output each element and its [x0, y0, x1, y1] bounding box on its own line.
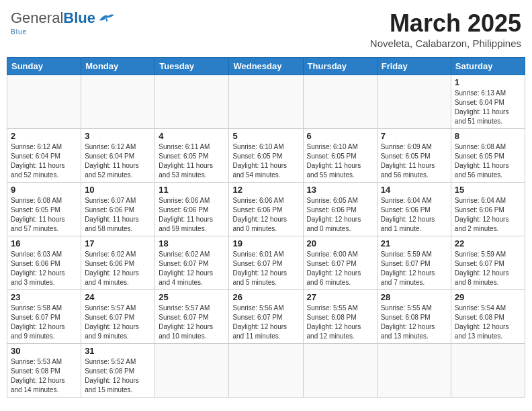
location-subtitle: Noveleta, Calabarzon, Philippines: [370, 38, 521, 49]
weekday-header-sunday: Sunday: [7, 58, 81, 75]
day-number: 13: [307, 185, 373, 195]
calendar-cell: 17Sunrise: 6:02 AM Sunset: 6:06 PM Dayli…: [81, 236, 155, 290]
calendar-cell: 22Sunrise: 5:59 AM Sunset: 6:07 PM Dayli…: [451, 236, 525, 290]
cell-info: Sunrise: 6:13 AM Sunset: 6:04 PM Dayligh…: [455, 89, 521, 126]
calendar-table: SundayMondayTuesdayWednesdayThursdayFrid…: [7, 57, 525, 398]
calendar-cell: 6Sunrise: 6:10 AM Sunset: 6:05 PM Daylig…: [303, 129, 377, 183]
calendar-cell: 14Sunrise: 6:04 AM Sunset: 6:06 PM Dayli…: [377, 183, 451, 236]
calendar-cell: 24Sunrise: 5:57 AM Sunset: 6:07 PM Dayli…: [81, 290, 155, 344]
cell-info: Sunrise: 6:10 AM Sunset: 6:05 PM Dayligh…: [232, 142, 299, 180]
calendar-cell: 31Sunrise: 5:52 AM Sunset: 6:08 PM Dayli…: [81, 344, 155, 398]
calendar-cell: 21Sunrise: 5:59 AM Sunset: 6:07 PM Dayli…: [377, 236, 451, 290]
calendar-cell: 12Sunrise: 6:06 AM Sunset: 6:06 PM Dayli…: [229, 183, 303, 236]
calendar-cell: 23Sunrise: 5:58 AM Sunset: 6:07 PM Dayli…: [7, 290, 81, 344]
cell-info: Sunrise: 6:00 AM Sunset: 6:07 PM Dayligh…: [307, 250, 373, 287]
calendar-week-row: 9Sunrise: 6:08 AM Sunset: 6:05 PM Daylig…: [7, 183, 525, 236]
calendar-cell: 3Sunrise: 6:12 AM Sunset: 6:04 PM Daylig…: [81, 129, 155, 183]
weekday-header-friday: Friday: [377, 58, 451, 75]
calendar-cell: 1Sunrise: 6:13 AM Sunset: 6:04 PM Daylig…: [451, 75, 525, 129]
calendar-cell: [81, 75, 155, 129]
calendar-cell: [229, 75, 303, 129]
calendar-week-row: 16Sunrise: 6:03 AM Sunset: 6:06 PM Dayli…: [7, 236, 525, 290]
calendar-cell: 8Sunrise: 6:08 AM Sunset: 6:05 PM Daylig…: [451, 129, 525, 183]
day-number: 30: [11, 346, 77, 356]
cell-info: Sunrise: 6:12 AM Sunset: 6:04 PM Dayligh…: [85, 142, 151, 180]
day-number: 7: [381, 131, 447, 141]
day-number: 21: [381, 238, 447, 248]
cell-info: Sunrise: 6:03 AM Sunset: 6:06 PM Dayligh…: [11, 250, 77, 287]
calendar-cell: 13Sunrise: 6:05 AM Sunset: 6:06 PM Dayli…: [303, 183, 377, 236]
cell-info: Sunrise: 6:08 AM Sunset: 6:05 PM Dayligh…: [455, 142, 521, 180]
day-number: 11: [159, 185, 225, 195]
day-number: 4: [159, 131, 225, 141]
calendar-week-row: 2Sunrise: 6:12 AM Sunset: 6:04 PM Daylig…: [7, 129, 525, 183]
day-number: 31: [85, 346, 151, 356]
calendar-cell: 16Sunrise: 6:03 AM Sunset: 6:06 PM Dayli…: [7, 236, 81, 290]
day-number: 10: [85, 185, 151, 195]
calendar-cell: [303, 344, 377, 398]
cell-info: Sunrise: 5:59 AM Sunset: 6:07 PM Dayligh…: [381, 250, 447, 287]
day-number: 29: [455, 292, 521, 302]
calendar-cell: 28Sunrise: 5:55 AM Sunset: 6:08 PM Dayli…: [377, 290, 451, 344]
day-number: 27: [307, 292, 373, 302]
cell-info: Sunrise: 6:12 AM Sunset: 6:04 PM Dayligh…: [11, 142, 77, 180]
calendar-cell: 4Sunrise: 6:11 AM Sunset: 6:05 PM Daylig…: [155, 129, 229, 183]
cell-info: Sunrise: 6:08 AM Sunset: 6:05 PM Dayligh…: [11, 196, 77, 234]
month-title: March 2025: [370, 9, 521, 38]
calendar-cell: 26Sunrise: 5:56 AM Sunset: 6:07 PM Dayli…: [229, 290, 303, 344]
day-number: 18: [159, 238, 225, 248]
calendar-cell: 18Sunrise: 6:02 AM Sunset: 6:07 PM Dayli…: [155, 236, 229, 290]
cell-info: Sunrise: 6:05 AM Sunset: 6:06 PM Dayligh…: [307, 196, 373, 234]
calendar-week-row: 1Sunrise: 6:13 AM Sunset: 6:04 PM Daylig…: [7, 75, 525, 129]
calendar-cell: [7, 75, 81, 129]
weekday-header-wednesday: Wednesday: [229, 58, 303, 75]
calendar-cell: [451, 344, 525, 398]
cell-info: Sunrise: 6:02 AM Sunset: 6:07 PM Dayligh…: [159, 250, 225, 287]
day-number: 12: [232, 185, 299, 195]
calendar-cell: 2Sunrise: 6:12 AM Sunset: 6:04 PM Daylig…: [7, 129, 81, 183]
weekday-header-tuesday: Tuesday: [155, 58, 229, 75]
day-number: 5: [232, 131, 299, 141]
cell-info: Sunrise: 5:55 AM Sunset: 6:08 PM Dayligh…: [381, 304, 447, 341]
calendar-cell: 10Sunrise: 6:07 AM Sunset: 6:06 PM Dayli…: [81, 183, 155, 236]
calendar-cell: 25Sunrise: 5:57 AM Sunset: 6:07 PM Dayli…: [155, 290, 229, 344]
logo-general: General: [11, 9, 63, 27]
cell-info: Sunrise: 6:02 AM Sunset: 6:06 PM Dayligh…: [85, 250, 151, 287]
calendar-cell: 5Sunrise: 6:10 AM Sunset: 6:05 PM Daylig…: [229, 129, 303, 183]
calendar-cell: [155, 75, 229, 129]
page-header: General Blue Blue March 2025 Noveleta, C…: [7, 7, 525, 52]
day-number: 28: [381, 292, 447, 302]
calendar-cell: 19Sunrise: 6:01 AM Sunset: 6:07 PM Dayli…: [229, 236, 303, 290]
cell-info: Sunrise: 5:56 AM Sunset: 6:07 PM Dayligh…: [232, 304, 299, 341]
calendar-cell: [377, 75, 451, 129]
calendar-cell: 15Sunrise: 6:04 AM Sunset: 6:06 PM Dayli…: [451, 183, 525, 236]
weekday-header-monday: Monday: [81, 58, 155, 75]
cell-info: Sunrise: 6:06 AM Sunset: 6:06 PM Dayligh…: [159, 196, 225, 234]
calendar-cell: [229, 344, 303, 398]
cell-info: Sunrise: 6:11 AM Sunset: 6:05 PM Dayligh…: [159, 142, 225, 180]
cell-info: Sunrise: 5:55 AM Sunset: 6:08 PM Dayligh…: [307, 304, 373, 341]
calendar-week-row: 23Sunrise: 5:58 AM Sunset: 6:07 PM Dayli…: [7, 290, 525, 344]
weekday-header-saturday: Saturday: [451, 58, 525, 75]
day-number: 16: [11, 238, 77, 248]
day-number: 1: [455, 77, 521, 87]
day-number: 19: [232, 238, 299, 248]
day-number: 8: [455, 131, 521, 141]
logo-bird-icon: [97, 11, 116, 25]
cell-info: Sunrise: 5:58 AM Sunset: 6:07 PM Dayligh…: [11, 304, 77, 341]
cell-info: Sunrise: 6:10 AM Sunset: 6:05 PM Dayligh…: [307, 142, 373, 180]
cell-info: Sunrise: 6:07 AM Sunset: 6:06 PM Dayligh…: [85, 196, 151, 234]
cell-info: Sunrise: 6:09 AM Sunset: 6:05 PM Dayligh…: [381, 142, 447, 180]
calendar-cell: 7Sunrise: 6:09 AM Sunset: 6:05 PM Daylig…: [377, 129, 451, 183]
calendar-cell: [377, 344, 451, 398]
day-number: 14: [381, 185, 447, 195]
title-block: March 2025 Noveleta, Calabarzon, Philipp…: [370, 9, 521, 49]
weekday-header-thursday: Thursday: [303, 58, 377, 75]
day-number: 6: [307, 131, 373, 141]
day-number: 25: [159, 292, 225, 302]
calendar-cell: [155, 344, 229, 398]
day-number: 26: [232, 292, 299, 302]
cell-info: Sunrise: 6:06 AM Sunset: 6:06 PM Dayligh…: [232, 196, 299, 234]
cell-info: Sunrise: 5:57 AM Sunset: 6:07 PM Dayligh…: [85, 304, 151, 341]
calendar-cell: [303, 75, 377, 129]
